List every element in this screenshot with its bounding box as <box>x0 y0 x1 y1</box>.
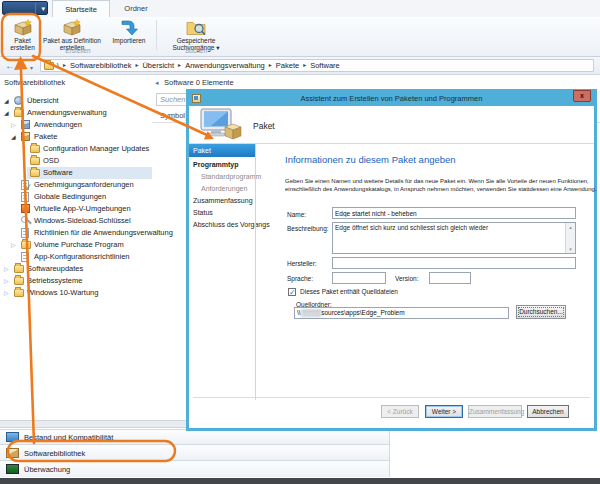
tree-item-label: Virtuelle App-V-Umgebungen <box>34 203 131 215</box>
approval-icon <box>21 180 29 190</box>
wizard-intro-text: Geben Sie einen Namen und weitere Detail… <box>285 177 597 194</box>
step-standardprogramm[interactable]: Standardprogramm <box>189 171 255 183</box>
sprache-field[interactable] <box>332 272 386 284</box>
forward-button[interactable]: → <box>17 59 27 72</box>
name-label: Name: <box>287 211 306 218</box>
breadcrumb-item[interactable]: Software <box>310 61 340 70</box>
step-paket[interactable]: Paket <box>189 144 255 157</box>
quellordner-field[interactable]: \\▒▒▒▒▒sources\apps\Edge_Problem <box>294 307 509 319</box>
breadcrumb-item[interactable]: Pakete <box>276 61 299 70</box>
next-button[interactable]: Weiter > <box>425 405 463 418</box>
app-menu-divider <box>35 3 36 13</box>
expander-icon[interactable]: ▷ <box>11 239 16 251</box>
expander-icon[interactable]: ◢ <box>4 95 9 107</box>
scroll-up-icon[interactable]: ▴ <box>566 223 575 231</box>
tree-item-anwendungen[interactable]: ▷Anwendungen <box>0 119 152 131</box>
workspace-button-ueberwachung[interactable]: Überwachung <box>0 460 390 477</box>
tree-item-windows10-wartung[interactable]: ▷Windows 10-Wartung <box>0 287 152 299</box>
breadcrumb-path[interactable]: \▸Softwarebibliothek▸Übersicht▸Anwendung… <box>40 59 594 72</box>
expander-icon[interactable]: ▷ <box>4 275 9 287</box>
tab-row: ▾ Startseite Ordner <box>0 0 600 17</box>
ribbon-group-label: Suchen <box>156 47 236 54</box>
dialog-button-separator <box>193 397 590 401</box>
tree-item-label: Genehmigungsanforderungen <box>34 179 134 191</box>
tree-item-genehmigungsanforderungen[interactable]: Genehmigungsanforderungen <box>0 179 152 191</box>
name-field[interactable] <box>332 207 576 219</box>
column-header-symbol[interactable]: Symbol <box>160 109 185 122</box>
tree-item-anwendungsverwaltung[interactable]: ◢Anwendungsverwaltung <box>0 107 152 119</box>
folder-icon <box>30 157 40 165</box>
expander-icon[interactable]: ▷ <box>4 287 9 299</box>
beschreibung-field[interactable]: Edge öffnet sich kurz und schliesst sich… <box>332 222 576 254</box>
assets-compliance-icon <box>6 432 19 442</box>
app-menu-caret-icon: ▾ <box>41 4 45 13</box>
folder-icon <box>14 265 24 273</box>
expander-icon[interactable]: ◢ <box>4 107 9 119</box>
ribbon-button-label: Importieren <box>104 37 154 44</box>
dialog-titlebar[interactable]: Assistent zum Erstellen von Paketen und … <box>188 91 595 106</box>
application-menu-button[interactable]: ▾ <box>2 1 48 15</box>
tree-item-richtlinien[interactable]: Richtlinien für die Anwendungsverwaltung <box>0 227 152 239</box>
expander-icon[interactable]: ◢ <box>11 131 16 143</box>
collapse-pane-icon[interactable]: ◂ <box>155 79 159 87</box>
monitoring-icon <box>6 464 19 474</box>
tab-ordner[interactable]: Ordner <box>112 0 160 17</box>
expander-icon[interactable]: ▷ <box>4 263 9 275</box>
scrollbar[interactable]: ▴ ▾ <box>565 223 575 253</box>
workspace-button-bestand[interactable]: Bestand und Kompatibilität <box>0 429 390 444</box>
expander-icon[interactable]: ▷ <box>11 119 16 131</box>
tree-item-pakete[interactable]: ◢Pakete <box>0 131 152 143</box>
tree-item-software[interactable]: Software <box>0 167 152 179</box>
step-programmtyp[interactable]: Programmtyp <box>189 159 255 171</box>
folder-icon <box>14 277 24 285</box>
folder-icon <box>21 241 31 249</box>
tree-item-app-konfigurationsrichtlinien[interactable]: App-Konfigurationsrichtlinien <box>0 251 152 263</box>
tree-item-volume-purchase[interactable]: ▷Volume Purchase Program <box>0 239 152 251</box>
package-computer-icon <box>197 108 243 142</box>
breadcrumb-item[interactable]: Anwendungsverwaltung <box>185 61 265 70</box>
tree-item-uebersicht[interactable]: ◢Übersicht <box>0 95 152 107</box>
source-files-checkbox[interactable]: ✓ <box>288 288 296 296</box>
step-anforderungen[interactable]: Anforderungen <box>189 183 255 195</box>
step-abschluss[interactable]: Abschluss des Vorgangs <box>189 219 255 231</box>
step-zusammenfassung[interactable]: Zusammenfassung <box>189 195 255 207</box>
cancel-button[interactable]: Abbrechen <box>527 405 569 418</box>
tree-item-betriebssysteme[interactable]: ▷Betriebssysteme <box>0 275 152 287</box>
tree-item-label: Globale Bedingungen <box>34 191 106 203</box>
folder-icon <box>30 169 40 177</box>
tab-startseite[interactable]: Startseite <box>52 0 110 17</box>
package-icon <box>21 132 30 141</box>
browse-button[interactable]: Durchsuchen... <box>516 305 566 319</box>
summary-button[interactable]: Zusammenfassung <box>468 405 522 418</box>
tree-item-softwareupdates[interactable]: ▷Softwareupdates <box>0 263 152 275</box>
tree-item-osd[interactable]: OSD <box>0 155 152 167</box>
navpane-header: Softwarebibliothek <box>4 78 65 87</box>
tree-item-globale-bedingungen[interactable]: Globale Bedingungen <box>0 191 152 203</box>
scroll-down-icon[interactable]: ▾ <box>566 245 575 253</box>
ribbon-group-separator <box>156 20 157 50</box>
workspace-button-softwarebibliothek[interactable]: Softwarebibliothek <box>0 444 390 460</box>
step-status[interactable]: Status <box>189 207 255 219</box>
breadcrumb-item[interactable]: Softwarebibliothek <box>70 61 131 70</box>
tree-item-sideload-schluessel[interactable]: Windows-Sideload-Schlüssel <box>0 215 152 227</box>
close-button[interactable]: x <box>573 90 591 102</box>
hersteller-label: Hersteller: <box>287 260 317 267</box>
breadcrumb-item[interactable]: Übersicht <box>142 61 174 70</box>
applications-icon <box>21 120 30 129</box>
tree-item-label: Anwendungen <box>34 119 82 131</box>
wizard-nav-divider <box>255 143 256 400</box>
package-definition-icon <box>62 19 82 36</box>
tree-item-cm-updates[interactable]: Configuration Manager Updates <box>0 143 152 155</box>
back-button[interactable]: ← <box>5 59 15 72</box>
beschreibung-label: Beschreibung: <box>287 225 329 232</box>
tree-item-label: OSD <box>43 155 59 167</box>
conditions-icon <box>21 192 29 202</box>
breadcrumb-separator-icon: ▸ <box>299 62 310 68</box>
hersteller-field[interactable] <box>332 257 576 269</box>
path-suffix: sources\apps\Edge_Problem <box>321 309 404 316</box>
tree-item-appv-umgebungen[interactable]: Virtuelle App-V-Umgebungen <box>0 203 152 215</box>
back-button[interactable]: < Zurück <box>381 405 419 418</box>
version-field[interactable] <box>429 272 471 284</box>
tree-item-label: Übersicht <box>27 95 59 107</box>
history-caret-icon[interactable]: ▾ <box>30 62 33 75</box>
